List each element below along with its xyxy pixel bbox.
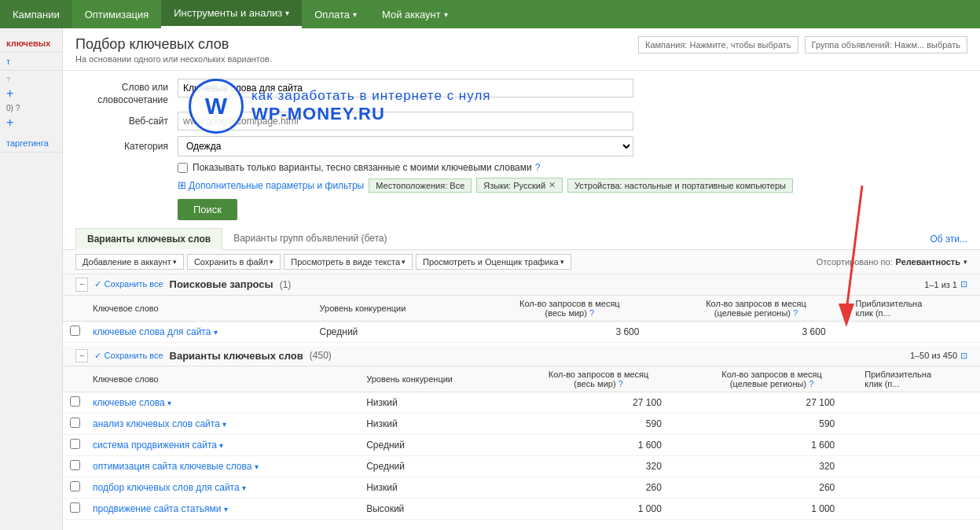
nav-item-tools[interactable]: Инструменты и анализ ▾ — [161, 0, 302, 28]
sidebar: ключевых т ? + 0) ? + таргетинга — [0, 28, 63, 530]
variants-title: Варианты ключевых слов — [170, 350, 303, 362]
page-title: Подбор ключевых слов — [75, 36, 272, 53]
account-arrow-icon: ▾ — [444, 10, 448, 19]
add-to-account-button[interactable]: Добавление в аккаунт ▾ — [75, 254, 184, 270]
adgroup-selector[interactable]: Группа объявлений: Нажм... выбрать — [805, 36, 967, 53]
table-row: продвижение сайта статьями ▾ Высокий 1 0… — [63, 498, 980, 519]
view-traffic-arrow-icon: ▾ — [560, 258, 564, 266]
tab-adgroup-variants[interactable]: Варианты групп объявлений (бета) — [222, 228, 398, 249]
sort-label: Отсортировано по: — [817, 257, 893, 267]
view-text-button[interactable]: Просмотреть в виде текста ▾ — [284, 254, 413, 270]
table-row: система продвижения сайта ▾ Средний 1 60… — [63, 434, 980, 455]
page-subtitle: На основании одного или нескольких вариа… — [75, 54, 272, 64]
top-nav: Кампании Оптимизация Инструменты и анали… — [0, 0, 980, 28]
tabs-row: Варианты ключевых слов Варианты групп об… — [63, 228, 980, 250]
variants-pagination: 1–50 из 450 ⊡ — [910, 351, 967, 361]
keyword-link[interactable]: продвижение сайта статьями ▾ — [93, 503, 228, 514]
keyword-link[interactable]: ключевые слова ▾ — [93, 397, 171, 408]
form-area: Слово илисловосочетание Веб-сайт Категор… — [63, 71, 980, 228]
category-label: Категория — [75, 141, 178, 152]
location-tag: Местоположения: Все — [369, 179, 472, 193]
language-tag: Языки: Русский ✕ — [476, 178, 563, 193]
var-col-keyword-header: Ключевое слово — [86, 366, 360, 392]
var-col-local-header: Кол-во запросов в месяц(целевые регионы)… — [685, 366, 858, 392]
variants-pagination-nav-icon[interactable]: ⊡ — [960, 351, 967, 361]
search-queries-count: (1) — [280, 279, 292, 290]
save-arrow-icon: ▾ — [270, 258, 273, 266]
pagination-nav-icon[interactable]: ⊡ — [960, 279, 967, 289]
toolbar: Добавление в аккаунт ▾ Сохранить в файл … — [63, 250, 980, 274]
sidebar-item-targeting[interactable]: таргетинга — [0, 134, 62, 153]
table-row: ключевые слова ▾ Низкий 27 100 27 100 — [63, 392, 980, 413]
search-queries-section: − ✓ Сохранить все Поисковые запросы (1) … — [63, 274, 980, 342]
keyword-link[interactable]: ключевые слова для сайта ▾ — [93, 326, 218, 337]
website-label: Веб-сайт — [75, 116, 178, 127]
variants-count: (450) — [310, 350, 332, 361]
var-col-cpc-header: Приблизительнаклик (п... — [858, 366, 980, 392]
var-col-competition-header: Уровень конкуренции — [360, 366, 512, 392]
col-competition-header: Уровень конкуренции — [314, 296, 477, 322]
tight-checkbox[interactable] — [178, 163, 188, 173]
nav-item-optimization[interactable]: Оптимизация — [72, 0, 162, 28]
keyword-variants-section: − ✓ Сохранить все Варианты ключевых слов… — [63, 346, 980, 520]
help-icon-1[interactable]: ? — [535, 162, 541, 173]
row-checkbox[interactable] — [70, 326, 80, 336]
word-input[interactable] — [178, 79, 633, 98]
sidebar-item-keywords[interactable]: ключевых — [0, 35, 62, 53]
sidebar-item-t[interactable]: т — [0, 53, 62, 71]
keyword-link[interactable]: система продвижения сайта ▾ — [93, 440, 223, 451]
tab-keyword-variants[interactable]: Варианты ключевых слов — [75, 228, 222, 250]
category-select[interactable]: Одежда — [178, 136, 633, 156]
content-area: Подбор ключевых слов На основании одного… — [63, 28, 980, 530]
row-checkbox[interactable] — [70, 439, 80, 449]
page-header: Подбор ключевых слов На основании одного… — [63, 28, 980, 71]
row-checkbox[interactable] — [70, 502, 80, 513]
table-row: ключевые слова для сайта ▾ Средний 3 600… — [63, 321, 980, 342]
row-checkbox[interactable] — [70, 418, 80, 428]
row-checkbox[interactable] — [70, 396, 80, 407]
col-cpc-header: Приблизительнаклик (п... — [850, 296, 980, 322]
collapse-queries-button[interactable]: − — [75, 278, 88, 291]
var-col-global-header: Кол-во запросов в месяц(весь мир) ? — [512, 366, 685, 392]
col-global-header: Кол-во запросов в месяц(весь мир) ? — [476, 296, 663, 322]
tools-arrow-icon: ▾ — [285, 9, 289, 17]
filter-toggle[interactable]: ⊞ Дополнительные параметры и фильтры — [178, 179, 364, 191]
nav-item-payment[interactable]: Оплата ▾ — [302, 0, 369, 28]
devices-tag: Устройства: настольные и портативные ком… — [567, 179, 793, 193]
keyword-variants-table: Ключевое слово Уровень конкуренции Кол-в… — [63, 366, 980, 520]
col-keyword-header: Ключевое слово — [86, 296, 314, 322]
keyword-link[interactable]: подбор ключевых слов для сайта ▾ — [93, 482, 246, 493]
view-traffic-button[interactable]: Просмотреть и Оценщик трафика ▾ — [416, 254, 571, 270]
nav-item-account[interactable]: Мой аккаунт ▾ — [369, 0, 461, 28]
keyword-link[interactable]: оптимизация сайта ключевые слова ▾ — [93, 461, 259, 472]
col-local-header: Кол-во запросов в месяц(целевые регионы)… — [663, 296, 849, 322]
payment-arrow-icon: ▾ — [353, 10, 357, 19]
save-all-queries[interactable]: ✓ Сохранить все — [94, 279, 163, 289]
website-input[interactable] — [178, 112, 633, 131]
search-queries-title: Поисковые запросы — [170, 278, 273, 290]
sort-arrow-icon[interactable]: ▾ — [963, 258, 967, 266]
collapse-variants-button[interactable]: − — [75, 349, 88, 363]
search-queries-table: Ключевое слово Уровень конкуренции Кол-в… — [63, 296, 980, 343]
table-row: оптимизация сайта ключевые слова ▾ Средн… — [63, 455, 980, 477]
search-queries-pagination: 1–1 из 1 ⊡ — [924, 279, 967, 289]
keyword-link[interactable]: анализ ключевых слов сайта ▾ — [93, 418, 226, 429]
sort-value: Релевантность — [896, 257, 960, 267]
language-close-icon[interactable]: ✕ — [549, 180, 556, 190]
table-row: подбор ключевых слов для сайта ▾ Низкий … — [63, 477, 980, 498]
row-checkbox[interactable] — [70, 481, 80, 491]
view-text-arrow-icon: ▾ — [402, 258, 406, 266]
save-to-file-button[interactable]: Сохранить в файл ▾ — [187, 254, 281, 270]
nav-item-campaigns[interactable]: Кампании — [0, 0, 72, 28]
sidebar-divider: ? + 0) ? + — [0, 71, 62, 134]
add-arrow-icon: ▾ — [173, 258, 177, 266]
table-row: анализ ключевых слов сайта ▾ Низкий 590 … — [63, 413, 980, 434]
row-checkbox[interactable] — [70, 460, 80, 470]
search-button[interactable]: Поиск — [178, 199, 237, 220]
save-all-variants[interactable]: ✓ Сохранить все — [94, 351, 163, 361]
about-link[interactable]: Об эти... — [930, 234, 967, 245]
tight-checkbox-label: Показывать только варианты, тесно связан… — [193, 162, 532, 173]
word-label: Слово илисловосочетание — [75, 79, 178, 106]
campaign-selector[interactable]: Кампания: Нажмите, чтобы выбрать — [638, 36, 798, 53]
